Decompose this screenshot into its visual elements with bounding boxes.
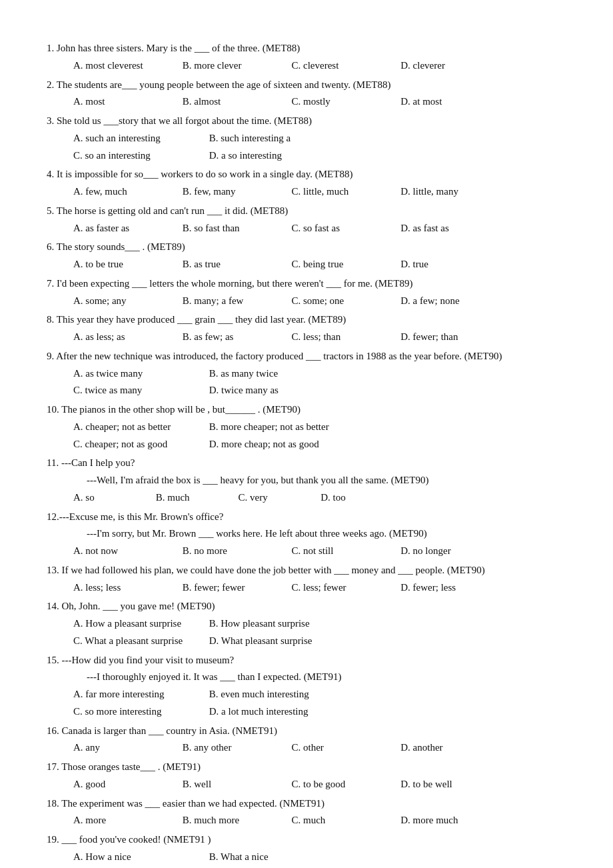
q16-options: A. any B. any other C. other D. another: [47, 739, 566, 756]
q16-optD: D. another: [400, 739, 507, 756]
q13-optB: B. fewer; fewer: [183, 579, 289, 596]
q15-optB: B. even much interesting: [209, 686, 342, 703]
q9-text: 9. After the new technique was introduce…: [47, 348, 566, 365]
q11-optB: B. much: [156, 489, 236, 506]
q2-options: A. most B. almost C. mostly D. at most: [47, 93, 566, 110]
q7-text: 7. I'd been expecting ___ letters the wh…: [47, 275, 566, 292]
q11-options: A. so B. much C. very D. too: [47, 489, 566, 506]
q2-optA: A. most: [73, 93, 180, 110]
question-8: 8. This year they have produced ___ grai…: [47, 311, 566, 345]
question-16: 16. Canada is larger than ___ country in…: [47, 723, 566, 757]
q12-optC: C. not still: [292, 543, 398, 559]
q17-text: 17. Those oranges taste___ . (MET91): [47, 759, 566, 775]
q15-subtext: ---I thoroughly enjoyed it. It was ___ t…: [47, 669, 566, 685]
q7-optC: C. some; one: [292, 293, 398, 309]
q7-optB: B. many; a few: [183, 293, 289, 309]
q8-text: 8. This year they have produced ___ grai…: [47, 311, 566, 328]
q19-options-line1: A. How a nice B. What a nice: [47, 849, 566, 865]
q19-text: 19. ___ food you've cooked! (NMET91 ): [47, 831, 566, 848]
question-14: 14. Oh, John. ___ you gave me! (MET90) A…: [47, 598, 566, 649]
q19-optD: D. What nice: [209, 866, 342, 869]
q14-optB: B. How pleasant surprise: [209, 615, 342, 632]
q3-options-line2: C. so an interesting D. a so interesting: [47, 147, 566, 164]
question-7: 7. I'd been expecting ___ letters the wh…: [47, 275, 566, 309]
q15-optC: C. so more interesting: [73, 703, 207, 720]
question-1: 1. John has three sisters. Mary is the _…: [47, 40, 566, 74]
q6-text: 6. The story sounds___ . (MET89): [47, 239, 566, 255]
q19-optA: A. How a nice: [73, 849, 207, 865]
q2-optC: C. mostly: [292, 93, 398, 110]
q3-optB: B. such interesting a: [209, 130, 342, 147]
q11-optD: D. too: [320, 489, 400, 506]
q16-optB: B. any other: [183, 739, 289, 756]
q11-subtext: ---Well, I'm afraid the box is ___ heavy…: [47, 472, 566, 489]
q14-options-line1: A. How a pleasant surprise B. How pleasa…: [47, 615, 566, 632]
q18-text: 18. The experiment was ___ easier than w…: [47, 795, 566, 812]
q9-optB: B. as many twice: [209, 365, 342, 382]
question-15: 15. ---How did you find your visit to mu…: [47, 652, 566, 720]
q10-optC: C. cheaper; not as good: [73, 436, 207, 453]
q5-optD: D. as fast as: [400, 220, 507, 237]
question-13: 13. If we had followed his plan, we coul…: [47, 562, 566, 596]
q11-optC: C. very: [239, 489, 318, 506]
q18-optA: A. more: [73, 812, 180, 829]
q2-optB: B. almost: [183, 93, 289, 110]
q16-text: 16. Canada is larger than ___ country in…: [47, 723, 566, 739]
q4-options: A. few, much B. few, many C. little, muc…: [47, 183, 566, 200]
question-19: 19. ___ food you've cooked! (NMET91 ) A.…: [47, 831, 566, 868]
q13-optD: D. fewer; less: [400, 579, 507, 596]
q11-text: 11. ---Can I help you?: [47, 455, 566, 471]
q13-optC: C. less; fewer: [292, 579, 398, 596]
q7-options: A. some; any B. many; a few C. some; one…: [47, 293, 566, 309]
q3-options-line1: A. such an interesting B. such interesti…: [47, 130, 566, 147]
q5-optC: C. so fast as: [292, 220, 398, 237]
q18-optB: B. much more: [183, 812, 289, 829]
q2-optD: D. at most: [400, 93, 507, 110]
question-3: 3. She told us ___story that we all forg…: [47, 113, 566, 163]
q3-optD: D. a so interesting: [209, 147, 342, 164]
q4-optC: C. little, much: [292, 183, 398, 200]
q19-optB: B. What a nice: [209, 849, 342, 865]
q14-options-line2: C. What a pleasant surprise D. What plea…: [47, 633, 566, 649]
q5-text: 5. The horse is getting old and can't ru…: [47, 203, 566, 219]
q7-optD: D. a few; none: [400, 293, 507, 309]
q8-optD: D. fewer; than: [400, 329, 507, 345]
q2-text: 2. The students are___ young people betw…: [47, 77, 566, 93]
q12-subtext: ---I'm sorry, but Mr. Brown ___ works he…: [47, 525, 566, 542]
q17-options: A. good B. well C. to be good D. to be w…: [47, 776, 566, 793]
q10-options-line1: A. cheaper; not as better B. more cheape…: [47, 419, 566, 435]
q9-options-line1: A. as twice many B. as many twice: [47, 365, 566, 382]
q12-optA: A. not now: [73, 543, 180, 559]
q7-optA: A. some; any: [73, 293, 180, 309]
question-9: 9. After the new technique was introduce…: [47, 348, 566, 399]
q10-optA: A. cheaper; not as better: [73, 419, 207, 435]
q10-optB: B. more cheaper; not as better: [209, 419, 342, 435]
q9-optC: C. twice as many: [73, 382, 207, 399]
question-18: 18. The experiment was ___ easier than w…: [47, 795, 566, 829]
q3-text: 3. She told us ___story that we all forg…: [47, 113, 566, 129]
question-10: 10. The pianos in the other shop will be…: [47, 401, 566, 452]
question-17: 17. Those oranges taste___ . (MET91) A. …: [47, 759, 566, 793]
q12-options: A. not now B. no more C. not still D. no…: [47, 543, 566, 559]
q1-optB: B. more clever: [183, 57, 289, 74]
q10-options-line2: C. cheaper; not as good D. more cheap; n…: [47, 436, 566, 453]
q17-optB: B. well: [183, 776, 289, 793]
q19-options-line2: C. How nice D. What nice: [47, 866, 566, 869]
q4-optD: D. little, many: [400, 183, 507, 200]
q4-optB: B. few, many: [183, 183, 289, 200]
q5-optB: B. so fast than: [183, 220, 289, 237]
q16-optC: C. other: [292, 739, 398, 756]
q15-options-line2: C. so more interesting D. a lot much int…: [47, 703, 566, 720]
q13-text: 13. If we had followed his plan, we coul…: [47, 562, 566, 579]
q17-optC: C. to be good: [292, 776, 398, 793]
q18-options: A. more B. much more C. much D. more muc…: [47, 812, 566, 829]
q5-options: A. as faster as B. so fast than C. so fa…: [47, 220, 566, 237]
q4-text: 4. It is impossible for so___ workers to…: [47, 166, 566, 183]
question-2: 2. The students are___ young people betw…: [47, 77, 566, 111]
q15-options-line1: A. far more interesting B. even much int…: [47, 686, 566, 703]
q6-optB: B. as true: [183, 256, 289, 273]
q9-optA: A. as twice many: [73, 365, 207, 382]
q1-optC: C. cleverest: [292, 57, 398, 74]
q8-optC: C. less; than: [292, 329, 398, 345]
q8-optB: B. as few; as: [183, 329, 289, 345]
